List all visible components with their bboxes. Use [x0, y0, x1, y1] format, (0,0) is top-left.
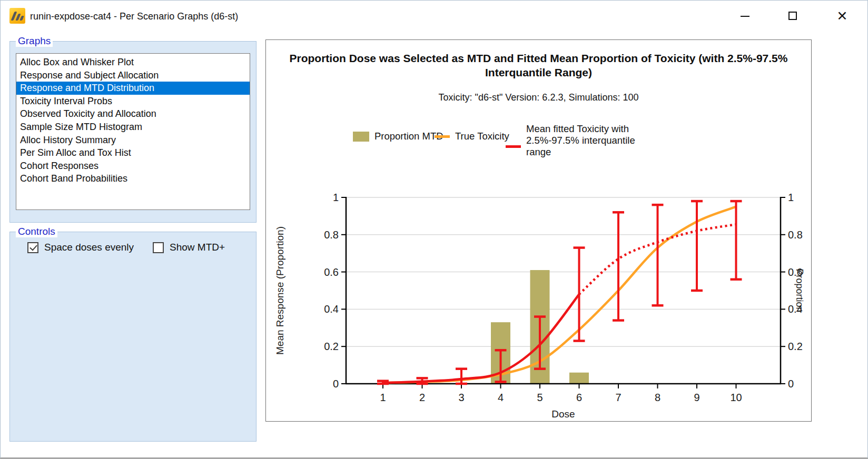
close-icon: ✕: [830, 1, 854, 32]
graphs-list-item[interactable]: Alloc History Summary: [16, 134, 250, 147]
close-button[interactable]: ✕: [830, 1, 854, 32]
controls-group: Controls Space doses evenlyShow MTD+: [9, 232, 257, 442]
x-tick-label: 3: [458, 392, 464, 403]
x-tick-label: 8: [655, 392, 660, 403]
graphs-list-item[interactable]: Alloc Box and Whisker Plot: [16, 56, 250, 69]
checkbox-box[interactable]: [27, 242, 38, 253]
y-tick-label: 0: [333, 378, 339, 390]
graphs-list-item[interactable]: Toxicity Interval Probs: [16, 95, 250, 108]
graphs-list[interactable]: Alloc Box and Whisker PlotResponse and S…: [16, 53, 250, 210]
x-tick-label: 9: [694, 392, 699, 403]
graphs-group: Graphs Alloc Box and Whisker PlotRespons…: [9, 41, 257, 223]
checkbox-show-mtd-[interactable]: Show MTD+: [153, 242, 225, 253]
app-logo-icon: [9, 8, 25, 24]
maximize-icon: [788, 12, 797, 20]
legend-item-mean-fitted: Mean fitted Toxicity with 2.5%-97.5% int…: [506, 123, 652, 158]
y-tick-label: 0: [788, 378, 794, 390]
y-tick-label: 0.2: [788, 341, 803, 352]
y-tick-label: 0.2: [324, 341, 339, 352]
checkbox-label: Show MTD+: [170, 242, 225, 253]
mean-fitted-line-solid: [383, 294, 579, 383]
legend-label: Proportion MTD: [374, 131, 443, 142]
x-axis-title: Dose: [551, 408, 575, 420]
x-tick-label: 2: [419, 392, 425, 403]
graphs-list-item[interactable]: Observed Toxicity and Allocation: [16, 107, 250, 121]
legend-line-swatch-icon: [435, 135, 450, 138]
y-tick-label: 0.4: [324, 303, 339, 315]
x-tick-label: 10: [730, 392, 742, 403]
checkbox-label: Space doses evenly: [44, 242, 134, 253]
app-window: runin-expdose-cat4 - Per Scenario Graphs…: [0, 0, 868, 459]
x-tick-label: 7: [615, 392, 621, 403]
legend-bar-swatch-icon: [353, 132, 369, 142]
legend-item-proportion-mtd: Proportion MTD: [353, 131, 443, 142]
window-title: runin-expdose-cat4 - Per Scenario Graphs…: [30, 1, 238, 32]
graphs-list-item[interactable]: Response and MTD Distribution: [16, 82, 250, 95]
controls-group-label: Controls: [16, 226, 57, 237]
x-tick-label: 6: [576, 392, 582, 403]
chart-subtitle: Toxicity: "d6-st" Version: 6.2.3, Simula…: [266, 92, 811, 103]
x-tick-label: 1: [380, 392, 386, 403]
minimize-icon: [741, 16, 749, 17]
x-tick-label: 4: [498, 392, 504, 403]
graphs-list-item[interactable]: Cohort Band Probabilities: [16, 172, 250, 185]
graphs-group-label: Graphs: [16, 35, 53, 47]
legend-line-swatch-icon: [506, 145, 521, 148]
legend-label: Mean fitted Toxicity with 2.5%-97.5% int…: [526, 123, 652, 158]
maximize-button[interactable]: [781, 1, 805, 32]
titlebar: runin-expdose-cat4 - Per Scenario Graphs…: [1, 1, 867, 32]
checkbox-space-doses-evenly[interactable]: Space doses evenly: [27, 242, 134, 253]
minimize-button[interactable]: [733, 1, 757, 32]
graphs-list-item[interactable]: Cohort Responses: [16, 159, 250, 173]
true-toxicity-line: [383, 207, 736, 383]
graphs-list-item[interactable]: Sample Size MTD Histogram: [16, 121, 250, 134]
y-axis-title-right: Proportion: [794, 268, 805, 312]
check-icon: [29, 243, 37, 251]
y-tick-label: 0.8: [324, 229, 339, 241]
y-axis-title-left: Mean Response (Proportion): [274, 226, 285, 355]
x-tick-label: 5: [537, 392, 542, 403]
y-tick-label: 1: [333, 192, 339, 203]
chart-title: Proportion Dose was Selected as MTD and …: [274, 51, 803, 79]
graphs-list-item[interactable]: Response and Subject Allocation: [16, 69, 250, 82]
mtd-bar: [569, 373, 589, 384]
graphs-list-item[interactable]: Per Sim Alloc and Tox Hist: [16, 146, 250, 159]
y-tick-label: 0.8: [788, 229, 803, 241]
chart-panel: 000.20.20.40.40.60.60.80.81112345678910D…: [265, 39, 812, 422]
y-tick-label: 1: [788, 192, 794, 203]
legend-label: True Toxicity: [455, 131, 509, 142]
legend-item-true-toxicity: True Toxicity: [435, 131, 509, 142]
controls-checkboxes: Space doses evenlyShow MTD+: [27, 242, 225, 253]
y-tick-label: 0.6: [324, 266, 339, 278]
checkbox-box[interactable]: [153, 242, 164, 253]
